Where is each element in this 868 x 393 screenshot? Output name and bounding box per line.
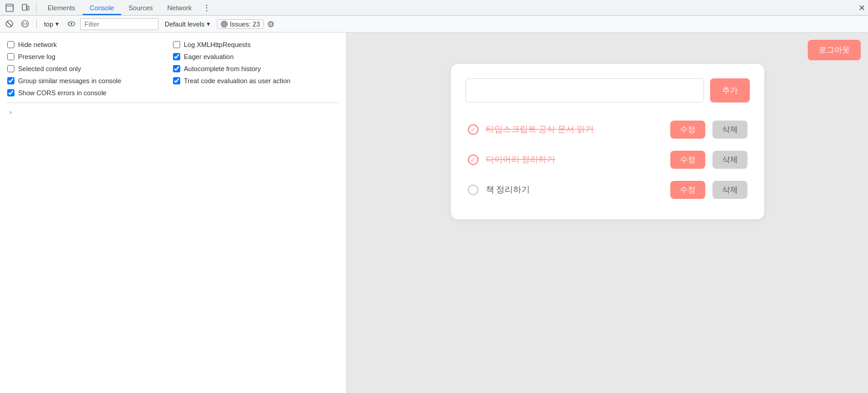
add-todo-button[interactable]: 추가 <box>710 78 750 102</box>
expand-arrow-btn[interactable]: › <box>7 107 14 118</box>
eager-eval-label: Eager evaluation <box>184 53 234 60</box>
settings-col-2: Log XMLHttpRequests Eager evaluation Aut… <box>173 37 339 100</box>
edit-btn-3[interactable]: 수정 <box>670 181 705 199</box>
todo-text-3: 책 정리하기 <box>486 184 663 195</box>
todo-text-1: 타입스크립트 공식 문서 읽기 <box>486 124 663 135</box>
svg-rect-3 <box>27 6 29 10</box>
close-devtools-btn[interactable]: ✕ <box>858 3 866 13</box>
console-settings-panel: Hide network Preserve log Selected conte… <box>0 33 347 393</box>
todo-item-2: 다이어리 정리하기 수정 삭제 <box>465 145 750 175</box>
todo-text-input[interactable] <box>465 78 704 102</box>
autocomplete-label: Autocomplete from history <box>184 65 261 72</box>
levels-label: Default levels <box>165 20 204 28</box>
preserve-log-checkbox[interactable] <box>7 53 14 60</box>
svg-point-6 <box>22 20 28 27</box>
settings-rows: Hide network Preserve log Selected conte… <box>7 37 339 100</box>
todo-item-3: 책 정리하기 수정 삭제 <box>465 175 750 205</box>
edit-btn-1[interactable]: 수정 <box>670 121 705 139</box>
devtools-tabs: Elements Console Sources Network <box>40 0 199 15</box>
inspect-element-btn[interactable] <box>2 1 17 15</box>
todo-checkbox-3[interactable] <box>468 184 479 195</box>
toolbar-separator <box>36 3 37 13</box>
tab-console[interactable]: Console <box>83 1 121 15</box>
settings-col-1: Hide network Preserve log Selected conte… <box>7 37 173 100</box>
log-xhr-label: Log XMLHttpRequests <box>184 41 251 48</box>
delete-btn-3[interactable]: 삭제 <box>712 181 747 199</box>
tab-elements[interactable]: Elements <box>40 1 83 15</box>
preserve-log-label: Preserve log <box>18 53 55 60</box>
issues-count: 23 <box>253 20 260 28</box>
log-xhr-option[interactable]: Log XMLHttpRequests <box>173 41 339 48</box>
todo-checkbox-2[interactable] <box>468 154 479 165</box>
treat-code-label: Treat code evaluation as user action <box>184 77 291 84</box>
toolbar-sep2 <box>36 19 37 29</box>
show-cors-option[interactable]: Show CORS errors in console <box>7 89 173 96</box>
filter-input[interactable] <box>80 18 159 30</box>
edit-btn-2[interactable]: 수정 <box>670 151 705 169</box>
show-cors-label: Show CORS errors in console <box>18 89 107 96</box>
group-similar-option[interactable]: Group similar messages in console <box>7 77 173 84</box>
todo-card: 추가 타입스크립트 공식 문서 읽기 수정 삭제 다이어리 정리하기 수정 삭제… <box>451 64 764 219</box>
app-panel: 로그아웃 추가 타입스크립트 공식 문서 읽기 수정 삭제 다이어리 정리하기 … <box>347 33 868 393</box>
eager-eval-option[interactable]: Eager evaluation <box>173 53 339 60</box>
pause-on-exception-btn[interactable] <box>18 17 31 31</box>
logout-button[interactable]: 로그아웃 <box>808 40 861 60</box>
autocomplete-checkbox[interactable] <box>173 65 180 72</box>
levels-dropdown-btn[interactable]: Default levels ▼ <box>161 20 215 28</box>
svg-point-10 <box>71 23 72 25</box>
treat-code-checkbox[interactable] <box>173 77 180 84</box>
issues-badge: Issues: 23 <box>217 19 263 29</box>
hide-network-checkbox[interactable] <box>7 41 14 48</box>
todo-input-row: 추가 <box>465 78 750 102</box>
more-tabs-btn[interactable]: ⋮ <box>203 3 211 13</box>
device-toggle-btn[interactable] <box>18 1 33 15</box>
todo-text-2: 다이어리 정리하기 <box>486 154 663 165</box>
treat-code-eval-option[interactable]: Treat code evaluation as user action <box>173 77 339 84</box>
console-settings-gear-btn[interactable]: ⚙ <box>267 19 275 29</box>
clear-console-btn[interactable] <box>2 17 16 31</box>
delete-btn-2[interactable]: 삭제 <box>712 151 747 169</box>
preserve-log-option[interactable]: Preserve log <box>7 53 173 60</box>
todo-checkbox-1[interactable] <box>468 124 479 135</box>
hide-network-label: Hide network <box>18 41 57 48</box>
tab-sources[interactable]: Sources <box>121 1 160 15</box>
settings-divider <box>7 102 339 103</box>
selected-context-checkbox[interactable] <box>7 65 14 72</box>
context-label: top <box>44 20 53 28</box>
issues-icon <box>221 20 228 28</box>
todo-item-1: 타입스크립트 공식 문서 읽기 수정 삭제 <box>465 115 750 145</box>
main-content: Hide network Preserve log Selected conte… <box>0 33 868 393</box>
show-cors-checkbox[interactable] <box>7 89 14 96</box>
hide-network-option[interactable]: Hide network <box>7 41 173 48</box>
selected-context-label: Selected context only <box>18 65 81 72</box>
levels-arrow-icon: ▼ <box>206 21 211 27</box>
group-similar-checkbox[interactable] <box>7 77 14 84</box>
context-dropdown-icon: ▼ <box>54 21 60 27</box>
tab-network[interactable]: Network <box>160 1 199 15</box>
log-xhr-checkbox[interactable] <box>173 41 180 48</box>
autocomplete-history-option[interactable]: Autocomplete from history <box>173 65 339 72</box>
delete-btn-1[interactable]: 삭제 <box>712 121 747 139</box>
svg-line-5 <box>7 22 11 26</box>
issues-label: Issues: <box>230 20 251 28</box>
group-similar-label: Group similar messages in console <box>18 77 121 84</box>
svg-rect-0 <box>6 4 13 11</box>
svg-rect-2 <box>22 4 27 10</box>
context-selector[interactable]: top ▼ <box>42 20 62 28</box>
devtools-topbar: Elements Console Sources Network ⋮ ✕ <box>0 0 868 16</box>
devtools-toolbar: top ▼ Default levels ▼ Issues: 23 ⚙ <box>0 16 868 33</box>
selected-context-option[interactable]: Selected context only <box>7 65 173 72</box>
eager-eval-checkbox[interactable] <box>173 53 180 60</box>
eye-btn[interactable] <box>64 17 78 31</box>
